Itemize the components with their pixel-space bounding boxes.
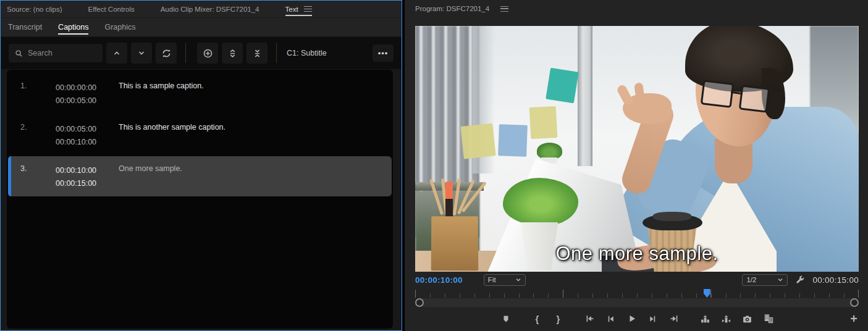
row-spacer xyxy=(35,82,56,114)
text-panel: Source: (no clips) Effect Controls Audio… xyxy=(0,0,402,331)
step-back-button[interactable] xyxy=(604,311,618,326)
tab-source[interactable]: Source: (no clips) xyxy=(7,1,62,17)
scene-glasses-left-lens xyxy=(701,80,735,108)
caption-text[interactable]: This is another sample caption. xyxy=(119,123,392,155)
settings-button[interactable] xyxy=(795,275,805,285)
caption-row-3-selected[interactable]: 3. 00:00:10:00 00:00:15:00 One more samp… xyxy=(8,156,392,196)
add-caption-button[interactable] xyxy=(197,43,218,64)
out-point-timecode: 00:00:15:00 xyxy=(812,275,859,285)
scene-glasses-right-lens xyxy=(738,85,769,112)
ruler-major-tick xyxy=(563,290,563,298)
go-to-out-icon xyxy=(669,314,679,324)
active-tab-underline xyxy=(285,15,312,16)
caption-start-timecode: 00:00:00:00 xyxy=(56,82,119,94)
program-panel-title: Program: DSFC7201_4 xyxy=(415,5,489,12)
panel-menu-icon[interactable] xyxy=(500,6,508,12)
text-panel-subtabs: Transcript Captions Graphics xyxy=(1,18,402,36)
current-timecode[interactable]: 00:00:10:00 xyxy=(415,275,463,285)
more-options-button[interactable]: ••• xyxy=(373,44,394,62)
caption-row-2[interactable]: 2. 00:00:05:00 00:00:10:00 This is anoth… xyxy=(8,115,392,155)
mark-out-button[interactable]: } xyxy=(551,311,566,326)
program-controls-bar: 00:00:10:00 Fit 1/2 00:00:15:00 xyxy=(415,272,859,287)
tab-source-label: Source: (no clips) xyxy=(7,6,62,13)
subtab-graphics[interactable]: Graphics xyxy=(104,18,135,36)
caption-timecodes: 00:00:00:00 00:00:05:00 xyxy=(56,82,119,114)
mark-in-button[interactable]: { xyxy=(530,311,545,326)
scrollbar-right-handle[interactable] xyxy=(850,298,859,307)
play-icon xyxy=(627,314,637,324)
playback-resolution-value: 1/2 xyxy=(746,276,756,283)
scene-pencils xyxy=(430,178,487,220)
panel-menu-icon[interactable] xyxy=(304,6,312,12)
wrench-icon xyxy=(795,275,805,285)
video-caption-overlay: One more sample. xyxy=(415,243,859,265)
add-marker-button[interactable] xyxy=(499,311,513,326)
toolbar-divider xyxy=(185,43,186,63)
caption-text[interactable]: One more sample. xyxy=(119,164,392,196)
scene-man-finger xyxy=(616,83,634,106)
caption-timecodes: 00:00:10:00 00:00:15:00 xyxy=(56,164,119,196)
playback-resolution-select[interactable]: 1/2 xyxy=(742,274,788,286)
chevron-down-icon xyxy=(777,277,783,283)
tab-audio-clip-mixer[interactable]: Audio Clip Mixer: DSFC7201_4 xyxy=(161,1,259,17)
subtab-graphics-label: Graphics xyxy=(104,23,135,31)
caption-row-1[interactable]: 1. 00:00:00:00 00:00:05:00 This is a sam… xyxy=(8,73,392,114)
lift-button[interactable] xyxy=(698,311,713,326)
transport-controls: { } xyxy=(415,309,859,328)
scene-plant xyxy=(503,178,578,226)
sync-captions-button[interactable] xyxy=(156,43,177,64)
go-to-in-icon xyxy=(585,314,595,324)
ruler-major-tick xyxy=(415,290,416,298)
caption-end-timecode: 00:00:05:00 xyxy=(56,94,119,107)
subtab-transcript[interactable]: Transcript xyxy=(8,18,42,36)
step-forward-icon xyxy=(648,314,657,324)
active-subtab-underline xyxy=(58,33,88,35)
scene-succulent-plant xyxy=(537,143,562,159)
go-to-out-button[interactable] xyxy=(667,311,681,326)
subtab-captions[interactable]: Captions xyxy=(58,18,88,36)
extract-button[interactable] xyxy=(719,311,734,326)
ruler-major-tick xyxy=(858,290,859,298)
previous-result-button[interactable] xyxy=(106,43,127,64)
tab-effect-controls[interactable]: Effect Controls xyxy=(88,1,134,17)
row-spacer xyxy=(35,123,56,155)
caption-list: 1. 00:00:00:00 00:00:05:00 This is a sam… xyxy=(7,70,393,329)
camera-icon xyxy=(742,314,752,324)
caption-start-timecode: 00:00:05:00 xyxy=(56,123,119,136)
merge-caption-button[interactable] xyxy=(246,43,268,64)
caption-start-timecode: 00:00:10:00 xyxy=(56,164,119,177)
toolbar-divider xyxy=(276,43,277,63)
split-caption-button[interactable] xyxy=(222,43,243,64)
chevron-down-icon xyxy=(137,48,146,58)
plus-circle-icon xyxy=(203,48,213,59)
step-forward-button[interactable] xyxy=(646,311,660,326)
export-frame-button[interactable] xyxy=(740,311,755,326)
zoom-level-select[interactable]: Fit xyxy=(484,274,526,286)
scene-sticky-note-teal xyxy=(546,68,578,103)
video-frame[interactable]: One more sample. xyxy=(415,26,859,272)
next-result-button[interactable] xyxy=(131,43,152,64)
caption-number: 2. xyxy=(20,123,35,155)
scene-window-frame xyxy=(578,26,592,166)
row-spacer xyxy=(35,164,56,196)
comparison-view-button[interactable] xyxy=(761,311,776,326)
search-icon xyxy=(14,49,23,58)
caption-text[interactable]: This is a sample caption. xyxy=(119,82,392,114)
ruler-major-tick xyxy=(710,290,711,298)
search-input[interactable] xyxy=(28,49,97,57)
caption-number: 1. xyxy=(20,82,35,114)
monitor-zoom-scrollbar[interactable] xyxy=(415,298,859,307)
scrollbar-left-handle[interactable] xyxy=(415,298,424,307)
tab-text[interactable]: Text xyxy=(285,1,312,17)
comparison-view-icon xyxy=(763,313,774,324)
playhead[interactable] xyxy=(704,289,710,298)
search-box[interactable] xyxy=(9,44,103,62)
button-editor-button[interactable]: + xyxy=(850,309,857,328)
play-button[interactable] xyxy=(625,311,639,326)
scene-sticky-note-blue xyxy=(498,124,528,157)
caption-number: 3. xyxy=(20,164,35,196)
timeline-ruler[interactable] xyxy=(415,288,859,298)
lift-icon xyxy=(700,314,710,324)
step-back-icon xyxy=(606,314,615,324)
go-to-in-button[interactable] xyxy=(583,311,597,326)
